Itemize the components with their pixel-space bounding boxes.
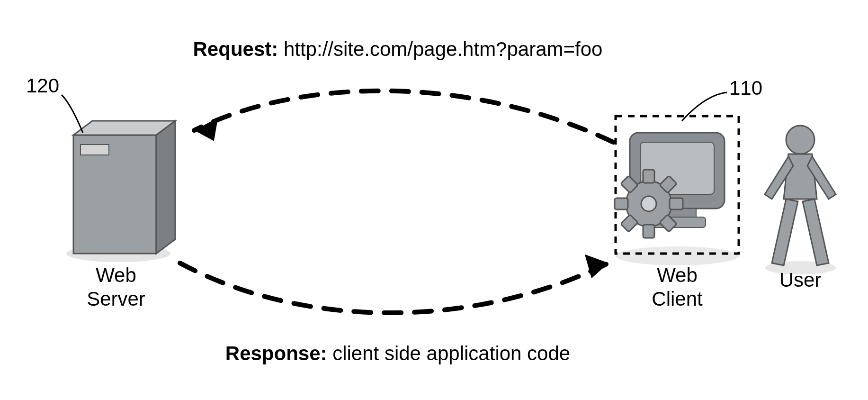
svg-point-20 [786, 126, 814, 154]
svg-rect-11 [643, 225, 654, 238]
request-bold: Request: [193, 38, 278, 60]
svg-marker-3 [156, 121, 175, 254]
client-callout: 110 [682, 77, 762, 121]
client-shadow [616, 246, 739, 265]
diagram-stage: 120 Web Server [0, 0, 868, 400]
server-label-line2: Server [87, 288, 145, 310]
web-server-icon [66, 121, 175, 262]
user-icon [765, 126, 836, 274]
diagram-svg: 120 Web Server [0, 0, 868, 400]
svg-rect-12 [670, 198, 683, 209]
svg-rect-4 [81, 145, 109, 155]
web-client-icon [600, 133, 725, 252]
client-label-line2: Client [652, 288, 703, 310]
response-text: Response: client side application code [225, 342, 570, 364]
request-arrow [193, 91, 613, 142]
svg-rect-10 [643, 170, 654, 183]
client-callout-text: 110 [729, 77, 762, 99]
client-label-line1: Web [657, 264, 698, 286]
response-rest: client side application code [327, 342, 571, 364]
server-callout-text: 120 [26, 74, 59, 97]
user-label: User [779, 269, 822, 291]
svg-point-18 [641, 196, 656, 211]
response-arrow [180, 251, 610, 313]
svg-rect-13 [615, 198, 628, 209]
response-bold: Response: [225, 342, 327, 364]
server-label-line1: Web [96, 264, 136, 286]
request-rest: http://site.com/page.htm?param=foo [278, 38, 602, 60]
request-text: Request: http://site.com/page.htm?param=… [193, 38, 603, 60]
server-callout: 120 [26, 74, 83, 133]
